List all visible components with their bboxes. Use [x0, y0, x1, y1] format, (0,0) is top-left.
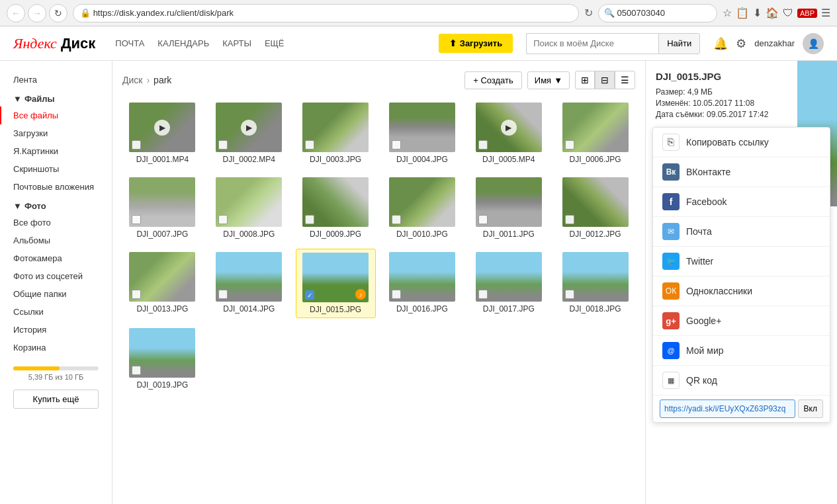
- sidebar-item-screenshots[interactable]: Скриншоты: [0, 160, 112, 178]
- share-ok[interactable]: ОК Одноклассники: [653, 276, 830, 306]
- share-vk[interactable]: Вк ВКонтакте: [653, 157, 830, 187]
- file-checkbox[interactable]: ✓: [305, 290, 314, 300]
- file-item-dji_0003_jpg[interactable]: DJI_0003.JPG: [296, 99, 376, 167]
- browser-search[interactable]: 🔍 0500703040: [598, 4, 717, 22]
- sort-button[interactable]: Имя ▼: [527, 71, 570, 89]
- share-url-input[interactable]: [660, 399, 795, 418]
- share-moimir[interactable]: @ Мой мир: [653, 336, 830, 366]
- view-list[interactable]: ☰: [615, 71, 635, 89]
- file-item-dji_0010_jpg[interactable]: DJI_0010.JPG: [382, 174, 463, 242]
- file-item-dji_0012_jpg[interactable]: DJI_0012.JPG: [555, 174, 635, 242]
- sidebar-item-history[interactable]: История: [0, 321, 112, 339]
- create-button[interactable]: + Создать: [464, 71, 522, 89]
- sidebar-item-camera[interactable]: Фотокамера: [0, 249, 112, 267]
- file-checkbox[interactable]: [305, 140, 314, 149]
- sidebar-item-all-files[interactable]: Все файлы: [0, 106, 112, 124]
- storage-bar-fill: [13, 366, 60, 370]
- refresh-icon[interactable]: ↻: [584, 7, 593, 19]
- play-icon: ▶: [154, 120, 170, 136]
- file-item-dji_0005_mp4[interactable]: ▶DJI_0005.MP4: [468, 99, 549, 167]
- sidebar-item-ya-pictures[interactable]: Я.Картинки: [0, 142, 112, 160]
- breadcrumb-root[interactable]: Диск: [122, 75, 142, 85]
- sidebar-photo-header[interactable]: ▼ Фото: [0, 196, 112, 214]
- search-input[interactable]: [526, 33, 658, 54]
- share-mail[interactable]: ✉ Почта: [653, 217, 830, 247]
- file-checkbox[interactable]: [392, 215, 401, 224]
- nav-calendar[interactable]: КАЛЕНДАРЬ: [157, 38, 209, 48]
- address-bar[interactable]: 🔒 https://disk.yandex.ru/client/disk/par…: [73, 4, 579, 22]
- sidebar-item-shared-folders[interactable]: Общие папки: [0, 285, 112, 303]
- file-checkbox[interactable]: [132, 366, 141, 375]
- share-qr[interactable]: ▦ QR код: [653, 366, 830, 396]
- avatar[interactable]: 👤: [803, 33, 824, 54]
- file-item-dji_0002_mp4[interactable]: ▶DJI_0002.MP4: [209, 99, 289, 167]
- file-item-dji_0008_jpg[interactable]: DJI_0008.JPG: [209, 174, 289, 242]
- shield-icon[interactable]: 🛡: [783, 7, 793, 19]
- file-checkbox[interactable]: [132, 215, 141, 224]
- view-large-grid[interactable]: ⊞: [575, 71, 595, 89]
- file-name-label: DJI_0017.JPG: [483, 304, 535, 314]
- file-item-dji_0001_mp4[interactable]: ▶DJI_0001.MP4: [122, 99, 202, 167]
- search-button[interactable]: Найти: [658, 33, 700, 54]
- file-item-dji_0019_jpg[interactable]: DJI_0019.JPG: [122, 325, 202, 393]
- sidebar-item-downloads[interactable]: Загрузки: [0, 124, 112, 142]
- settings-icon[interactable]: ⚙: [736, 36, 746, 51]
- file-item-dji_0009_jpg[interactable]: DJI_0009.JPG: [296, 174, 376, 242]
- bookmark-icon[interactable]: 📋: [736, 7, 749, 19]
- share-facebook[interactable]: f Facebook: [653, 187, 830, 217]
- file-item-dji_0014_jpg[interactable]: DJI_0014.JPG: [209, 249, 289, 318]
- forward-button[interactable]: →: [28, 4, 46, 22]
- file-checkbox[interactable]: [565, 290, 574, 299]
- file-checkbox[interactable]: [132, 290, 141, 299]
- file-checkbox[interactable]: [132, 140, 141, 149]
- buy-more-button[interactable]: Купить ещё: [13, 390, 99, 409]
- file-checkbox[interactable]: [392, 140, 401, 149]
- file-name-label: DJI_0019.JPG: [136, 380, 188, 390]
- share-gplus[interactable]: g+ Google+: [653, 306, 830, 336]
- sidebar-files-header[interactable]: ▼ Файлы: [0, 89, 112, 106]
- sidebar-item-lenta[interactable]: Лента: [0, 71, 112, 89]
- home-icon[interactable]: 🏠: [766, 7, 779, 19]
- nav-mail[interactable]: ПОЧТА: [115, 38, 144, 48]
- file-checkbox[interactable]: [478, 215, 488, 224]
- file-checkbox[interactable]: [478, 140, 488, 149]
- file-item-dji_0011_jpg[interactable]: DJI_0011.JPG: [468, 174, 549, 242]
- url-toggle-button[interactable]: Вкл: [798, 399, 823, 418]
- notification-icon[interactable]: 🔔: [713, 36, 728, 51]
- file-item-dji_0004_jpg[interactable]: DJI_0004.JPG: [382, 99, 463, 167]
- file-checkbox[interactable]: [218, 215, 228, 224]
- star-icon[interactable]: ☆: [723, 7, 732, 19]
- sidebar-item-trash[interactable]: Корзина: [0, 339, 112, 357]
- sidebar-item-mail-attachments[interactable]: Почтовые вложения: [0, 178, 112, 196]
- refresh-button[interactable]: ↻: [49, 4, 67, 22]
- share-copy-link[interactable]: ⎘ Копировать ссылку: [653, 128, 830, 157]
- share-twitter[interactable]: 🐦 Twitter: [653, 247, 830, 276]
- file-checkbox[interactable]: [478, 290, 488, 299]
- file-item-dji_0013_jpg[interactable]: DJI_0013.JPG: [122, 249, 202, 318]
- sidebar-item-all-photos[interactable]: Все фото: [0, 214, 112, 231]
- file-checkbox[interactable]: [392, 290, 401, 299]
- menu-icon[interactable]: ☰: [821, 7, 830, 19]
- file-item-dji_0017_jpg[interactable]: DJI_0017.JPG: [468, 249, 549, 318]
- nav-more[interactable]: ЕЩЁ: [265, 38, 285, 48]
- file-checkbox[interactable]: [218, 140, 228, 149]
- file-checkbox[interactable]: [565, 215, 574, 224]
- abp-icon[interactable]: ABP: [797, 9, 817, 18]
- file-item-dji_0018_jpg[interactable]: DJI_0018.JPG: [555, 249, 635, 318]
- file-item-dji_0006_jpg[interactable]: DJI_0006.JPG: [555, 99, 635, 167]
- file-item-dji_0016_jpg[interactable]: DJI_0016.JPG: [382, 249, 463, 318]
- collapse-icon: ▼: [13, 94, 22, 104]
- file-item-dji_0007_jpg[interactable]: DJI_0007.JPG: [122, 174, 202, 242]
- download-icon[interactable]: ⬇: [753, 7, 762, 19]
- sidebar-item-social-photos[interactable]: Фото из соцсетей: [0, 267, 112, 285]
- view-small-grid[interactable]: ⊟: [595, 71, 615, 89]
- sidebar-item-albums[interactable]: Альбомы: [0, 231, 112, 249]
- sidebar-item-links[interactable]: Ссылки: [0, 303, 112, 321]
- file-checkbox[interactable]: [218, 290, 228, 299]
- back-button[interactable]: ←: [7, 4, 25, 22]
- upload-button[interactable]: ⬆ Загрузить: [439, 34, 513, 53]
- nav-maps[interactable]: КАРТЫ: [222, 38, 251, 48]
- file-checkbox[interactable]: [305, 215, 314, 224]
- file-item-dji_0015_jpg[interactable]: ✓♪DJI_0015.JPG: [296, 249, 376, 318]
- file-checkbox[interactable]: [565, 140, 574, 149]
